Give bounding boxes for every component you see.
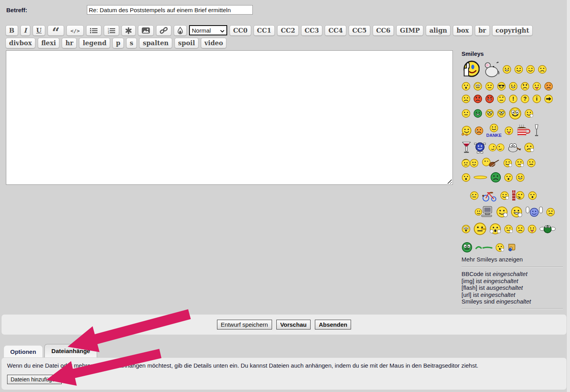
smiley-green-fly[interactable] xyxy=(539,224,556,234)
toolbar-button-gimp[interactable]: GIMP xyxy=(396,25,423,36)
toolbar-button-p[interactable]: p xyxy=(112,38,124,48)
list-ol-icon[interactable]: 123 xyxy=(104,25,119,36)
preview-button[interactable]: Vorschau xyxy=(276,320,311,329)
smiley-cool[interactable] xyxy=(497,82,506,91)
smiley-tongue[interactable] xyxy=(504,126,513,135)
smiley-sour[interactable] xyxy=(516,225,525,234)
smiley-talk-hand[interactable] xyxy=(504,225,513,234)
smiley-thumb-down[interactable] xyxy=(524,142,534,153)
smiley-mouse[interactable] xyxy=(482,61,500,78)
tab-options[interactable]: Optionen xyxy=(4,346,42,357)
smiley-kiss[interactable] xyxy=(462,173,471,182)
smiley-eek2[interactable] xyxy=(462,225,471,234)
smiley-scared[interactable] xyxy=(489,223,501,235)
smiley-green-ball[interactable] xyxy=(462,242,473,253)
toolbar-button-box[interactable]: box xyxy=(453,25,472,36)
smiley-shock2[interactable] xyxy=(528,191,537,200)
smiley-laugh[interactable] xyxy=(502,65,511,74)
smiley-zip[interactable] xyxy=(527,158,536,167)
toolbar-button-align[interactable]: align xyxy=(426,25,450,36)
smiley-point[interactable] xyxy=(511,206,522,218)
toolbar-button-cc3[interactable]: CC3 xyxy=(301,25,323,36)
message-body-textarea[interactable] xyxy=(6,50,453,185)
smiley-upset[interactable] xyxy=(546,208,555,217)
smiley-liar[interactable] xyxy=(473,222,487,236)
smiley-flute[interactable] xyxy=(534,124,539,137)
smiley-mug[interactable] xyxy=(516,124,531,137)
smiley-evil[interactable] xyxy=(473,94,482,103)
smiley-juggle[interactable] xyxy=(462,125,472,136)
droplet-icon[interactable] xyxy=(174,25,187,36)
smiley-nerd[interactable] xyxy=(485,109,494,118)
smiley-eek[interactable] xyxy=(473,82,482,91)
toolbar-button-cc2[interactable]: CC2 xyxy=(277,25,299,36)
smiley-bigeyes[interactable] xyxy=(509,107,522,120)
smiley-wall-razz[interactable] xyxy=(512,190,525,201)
toolbar-button-i[interactable]: I xyxy=(20,25,30,36)
toolbar-button-cc0[interactable]: CC0 xyxy=(230,25,251,36)
link-icon[interactable] xyxy=(156,25,171,36)
smiley-rolleyes[interactable] xyxy=(497,94,506,103)
smiley-crying[interactable] xyxy=(474,126,484,135)
smiley-green-glasses[interactable] xyxy=(497,109,506,118)
smiley-arrow[interactable] xyxy=(544,94,553,103)
toolbar-button-video[interactable]: video xyxy=(201,38,226,48)
smiley-wave[interactable] xyxy=(524,109,533,118)
smiley-yum[interactable] xyxy=(528,225,537,234)
smiley-exclaim[interactable]: ! xyxy=(509,94,518,103)
smiley-muscle[interactable] xyxy=(503,158,512,167)
smiley-sad[interactable] xyxy=(538,65,547,74)
smiley-fingers[interactable] xyxy=(515,158,524,167)
smiley-green-sick[interactable] xyxy=(490,172,501,183)
toolbar-button-cc4[interactable]: CC4 xyxy=(325,25,346,36)
smiley-wink[interactable] xyxy=(526,65,535,74)
smiley-idea[interactable]: i xyxy=(532,94,541,103)
smiley-wine[interactable] xyxy=(462,142,471,153)
smiley-smile[interactable] xyxy=(514,65,523,74)
smiley-mad[interactable] xyxy=(520,82,530,91)
smiley-cheer[interactable] xyxy=(525,206,543,218)
toolbar-button-divbox[interactable]: divbox xyxy=(6,38,35,48)
smiley-flat-line[interactable] xyxy=(473,175,487,179)
smiley-blue-dance[interactable] xyxy=(474,141,486,154)
smiley-violin[interactable] xyxy=(482,157,500,168)
smiley-question[interactable]: ? xyxy=(520,94,530,103)
toolbar-button-legend[interactable]: legend xyxy=(79,38,110,48)
smiley-tricycle[interactable] xyxy=(482,189,497,202)
smiley-danke[interactable]: DANKE xyxy=(486,123,502,138)
list-ul-icon[interactable] xyxy=(86,25,101,36)
smiley-twisted[interactable] xyxy=(485,94,494,103)
toolbar-button-cc6[interactable]: CC6 xyxy=(373,25,394,36)
toolbar-button-copyright[interactable]: copyright xyxy=(492,25,533,36)
smiley-blush[interactable] xyxy=(544,82,553,91)
toolbar-button-s[interactable]: s xyxy=(126,38,137,48)
smiley-computer[interactable] xyxy=(474,205,493,219)
smiley-sweat[interactable] xyxy=(470,191,479,200)
smiley-pair-look[interactable] xyxy=(489,143,504,152)
smiley-shock[interactable] xyxy=(462,82,471,91)
smiley-lol[interactable] xyxy=(509,82,518,91)
font-size-select[interactable]: Normal xyxy=(189,25,227,35)
subject-input[interactable] xyxy=(87,5,253,15)
quote-icon[interactable]: “ xyxy=(48,25,64,36)
smiley-grin2[interactable] xyxy=(516,173,525,182)
toolbar-button-hr[interactable]: hr xyxy=(62,38,77,48)
smiley-point-up[interactable] xyxy=(500,191,509,200)
smiley-hair-pair[interactable] xyxy=(462,158,479,168)
toolbar-button-spoil[interactable]: spoil xyxy=(175,38,199,48)
asterisk-icon[interactable] xyxy=(121,25,136,36)
more-smileys-link[interactable]: Mehr Smileys anzeigen xyxy=(462,256,563,263)
code-icon[interactable]: </> xyxy=(66,25,84,36)
image-icon[interactable] xyxy=(138,25,154,36)
smiley-cry2[interactable] xyxy=(462,94,471,103)
smiley-razz[interactable] xyxy=(532,82,541,91)
toolbar-button-spalten[interactable]: spalten xyxy=(139,38,172,48)
smiley-blow-kiss[interactable] xyxy=(495,243,504,252)
smiley-green-grin[interactable] xyxy=(473,109,482,118)
submit-button[interactable]: Absenden xyxy=(315,320,351,329)
smiley-thumbs-big[interactable] xyxy=(462,60,480,78)
toolbar-button-cc5[interactable]: CC5 xyxy=(349,25,370,36)
tab-attachments[interactable]: Dateianhänge xyxy=(44,344,97,357)
toolbar-button-b[interactable]: B xyxy=(6,25,18,36)
smiley-neutral[interactable] xyxy=(462,109,471,118)
